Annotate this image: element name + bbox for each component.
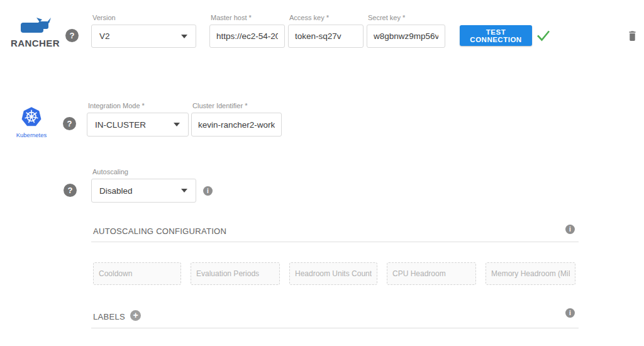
rancher-logo: RANCHER [5,17,65,48]
kubernetes-help-icon[interactable]: ? [63,117,76,130]
memory-headroom-input[interactable] [486,262,575,285]
integration-settings-page: RANCHER ? Version V2 Master host * Acces… [0,0,644,346]
section-divider [91,242,579,242]
kubernetes-logo: Kubernetes [9,106,54,138]
secret-key-input[interactable] [367,25,445,48]
autoscaling-configuration-title: AUTOSCALING CONFIGURATION [93,226,226,236]
autoscaling-info-icon[interactable]: i [203,186,213,196]
integration-mode-label: Integration Mode * [88,102,145,109]
section-divider [91,328,579,328]
test-connection-button[interactable]: TEST CONNECTION [460,25,532,46]
add-label-icon[interactable]: + [130,310,141,321]
secret-key-label: Secret key * [368,14,405,21]
evaluation-periods-input[interactable] [191,262,280,285]
cpu-headroom-input[interactable] [387,262,476,285]
kubernetes-logo-text: Kubernetes [9,131,54,138]
access-key-label: Access key * [289,14,329,21]
integration-mode-select[interactable]: IN-CLUSTER [87,113,189,137]
autoscaling-value: Disabled [99,186,133,196]
autoscaling-help-icon[interactable]: ? [64,184,77,197]
cooldown-input[interactable] [93,262,181,285]
chevron-down-icon [174,123,180,126]
cluster-identifier-label: Cluster Identifier * [192,102,247,109]
autoscaling-select[interactable]: Disabled [91,179,196,203]
master-host-input[interactable] [209,25,285,48]
version-select[interactable]: V2 [91,25,196,48]
labels-title: LABELS [93,312,125,321]
version-value: V2 [99,31,110,41]
connection-success-icon [536,29,551,45]
rancher-bull-icon [19,26,52,36]
headroom-units-count-input[interactable] [289,262,377,285]
chevron-down-icon [181,35,187,38]
integration-mode-value: IN-CLUSTER [95,120,146,130]
autoscaling-label: Autoscaling [92,168,128,176]
autoscaling-configuration-info-icon[interactable]: i [565,225,575,234]
master-host-label: Master host * [211,14,252,21]
rancher-logo-text: RANCHER [5,38,65,48]
version-label: Version [92,14,116,21]
chevron-down-icon [181,189,187,193]
cluster-identifier-input[interactable] [191,113,282,137]
delete-icon[interactable] [627,29,638,45]
kubernetes-icon [20,119,43,130]
rancher-help-icon[interactable]: ? [65,29,79,42]
labels-info-icon[interactable]: i [565,308,575,318]
access-key-input[interactable] [288,25,364,48]
